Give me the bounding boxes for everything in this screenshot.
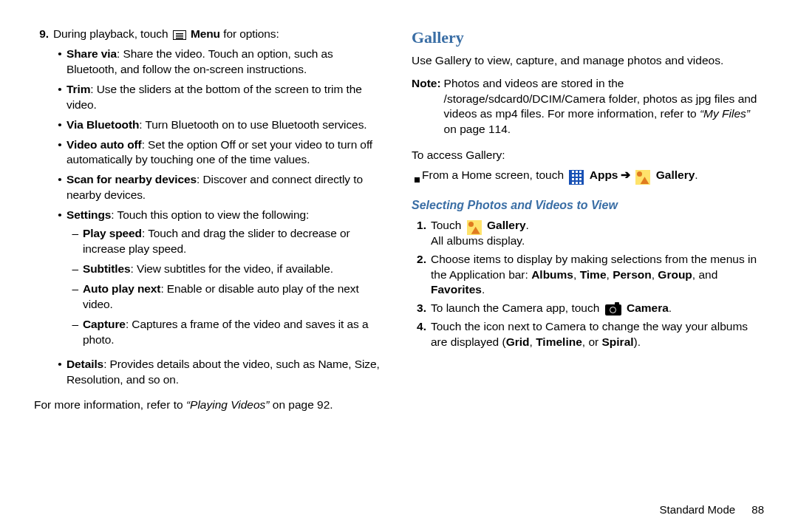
step-9: 9. During playback, touch Menu for optio… [34,27,386,392]
bullet-settings: •Settings: Touch this option to view the… [53,208,386,352]
step-text-pre: During playback, touch [53,27,171,40]
bullet-scan-nearby: •Scan for nearby devices: Discover and c… [53,172,386,203]
bullet-share-via: •Share via: Share the video. Touch an op… [53,47,386,78]
footer-page-number: 88 [751,503,764,516]
subheading-selecting: Selecting Photos and Videos to View [412,197,764,214]
dash-play-speed: –Play speed: Touch and drag the slider t… [66,226,386,257]
right-column: Gallery Use Gallery to view, capture, an… [412,27,764,413]
step-menu-bold: Menu [191,27,220,40]
dash-auto-play-next: –Auto play next: Enable or disable auto … [66,282,386,313]
note-body: Photos and videos are stored in the /sto… [444,76,764,138]
bullet-trim: •Trim: Use the sliders at the bottom of … [53,82,386,113]
dash-capture: –Capture: Captures a frame of the video … [66,317,386,348]
step-body: During playback, touch Menu for options:… [53,27,386,392]
dash-subtitles: –Subtitles: View subtitles for the video… [66,262,386,277]
gallery-label: Gallery [656,168,695,181]
arrow-icon: ➔ [621,168,630,181]
step-number: 9. [34,27,53,392]
bullet-video-auto-off: •Video auto off: Set the option Off or s… [53,137,386,168]
gallery-icon [467,220,482,235]
two-column-layout: 9. During playback, touch Menu for optio… [34,27,764,413]
bullet-list: •Share via: Share the video. Touch an op… [53,47,386,388]
gallery-icon [635,170,650,185]
step-1: 1. Touch Gallery. All albums display. [412,218,764,249]
camera-icon [605,304,621,316]
page-footer: Standard Mode 88 [660,502,764,517]
left-column: 9. During playback, touch Menu for optio… [34,27,386,413]
gallery-intro: Use Gallery to view, capture, and manage… [412,53,764,69]
more-info-line: For more information, refer to “Playing … [34,398,386,413]
from-home-line: From a Home screen, touch Apps➔ Gallery. [412,168,764,187]
step-3: 3. To launch the Camera app, touch Camer… [412,301,764,316]
bullet-via-bluetooth: •Via Bluetooth: Turn Bluetooth on to use… [53,117,386,133]
heading-gallery: Gallery [412,27,764,49]
square-bullet-icon [412,168,422,187]
note-block: Note: Photos and videos are stored in th… [412,76,764,138]
step-text-post: for options: [220,27,279,40]
step-2: 2. Choose items to display by making sel… [412,252,764,299]
bullet-details: •Details: Provides details about the vid… [53,357,386,388]
access-gallery-line: To access Gallery: [412,148,764,163]
apps-icon [569,170,584,185]
note-label: Note: [412,76,444,138]
apps-label: Apps [590,168,618,181]
menu-icon [173,30,186,40]
step-4: 4. Touch the icon next to Camera to chan… [412,319,764,350]
footer-mode: Standard Mode [660,503,736,516]
settings-sublist: –Play speed: Touch and drag the slider t… [66,226,386,347]
